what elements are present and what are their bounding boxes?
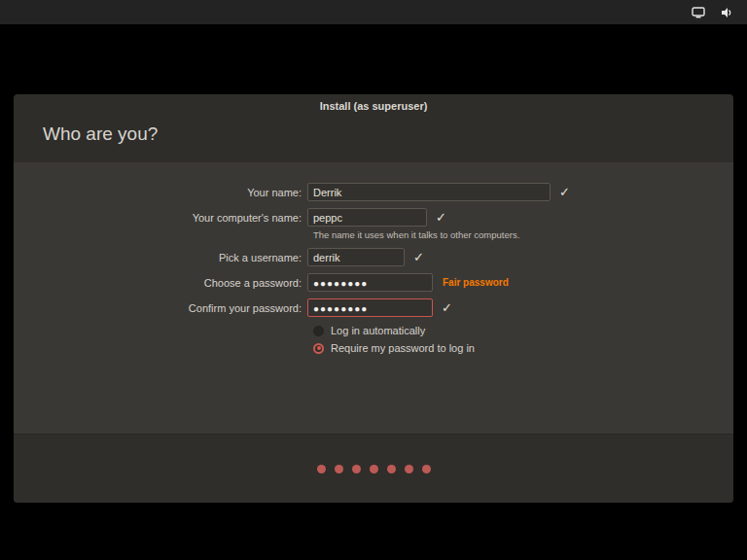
progress-dot (335, 465, 343, 473)
progress-dot (405, 465, 413, 473)
check-icon: ✓ (413, 251, 424, 263)
progress-dot (422, 465, 431, 473)
progress-dots-bar (14, 434, 733, 503)
radio-require-password[interactable]: Require my password to log in (313, 341, 733, 355)
installer-window: Install (as superuser) Who are you? Your… (14, 94, 733, 503)
form-row-computer-name: Your computer's name: ✓ (14, 208, 733, 227)
password-input[interactable] (307, 273, 433, 292)
password-label: Choose a password: (14, 277, 307, 289)
progress-dot (352, 465, 361, 473)
display-icon[interactable] (692, 7, 705, 18)
form-row-confirm-password: Confirm your password: ✓ (14, 298, 733, 317)
progress-dot (370, 465, 378, 473)
username-label: Pick a username: (14, 252, 307, 263)
window-title: Install (as superuser) (14, 100, 733, 112)
radio-login-automatically[interactable]: Log in automatically (313, 324, 733, 337)
computer-name-label: Your computer's name: (14, 212, 307, 224)
check-icon: ✓ (436, 211, 446, 224)
check-icon: ✓ (559, 186, 570, 198)
page-title: Who are you? (43, 123, 158, 145)
password-strength-text: Fair password (443, 277, 509, 288)
form-row-username: Pick a username: ✓ (14, 248, 733, 266)
confirm-password-label: Confirm your password: (14, 302, 307, 314)
your-name-label: Your name: (14, 187, 307, 198)
check-icon: ✓ (442, 301, 452, 314)
radio-unselected-icon (313, 326, 324, 336)
progress-dot (317, 465, 326, 473)
username-input[interactable] (307, 248, 405, 266)
progress-dot (387, 465, 396, 473)
form-row-name: Your name: ✓ (14, 183, 733, 201)
form-panel: Your name: ✓ Your computer's name: ✓ The… (14, 162, 733, 434)
who-are-you-form: Your name: ✓ Your computer's name: ✓ The… (14, 162, 733, 355)
your-name-input[interactable] (307, 183, 551, 201)
computer-name-helper-text: The name it uses when it talks to other … (313, 229, 733, 242)
confirm-password-input[interactable] (307, 298, 433, 317)
volume-icon[interactable] (721, 7, 733, 18)
form-row-password: Choose a password: Fair password (14, 273, 733, 292)
computer-name-input[interactable] (307, 208, 427, 227)
top-panel (0, 0, 747, 24)
radio-selected-icon (313, 343, 324, 354)
